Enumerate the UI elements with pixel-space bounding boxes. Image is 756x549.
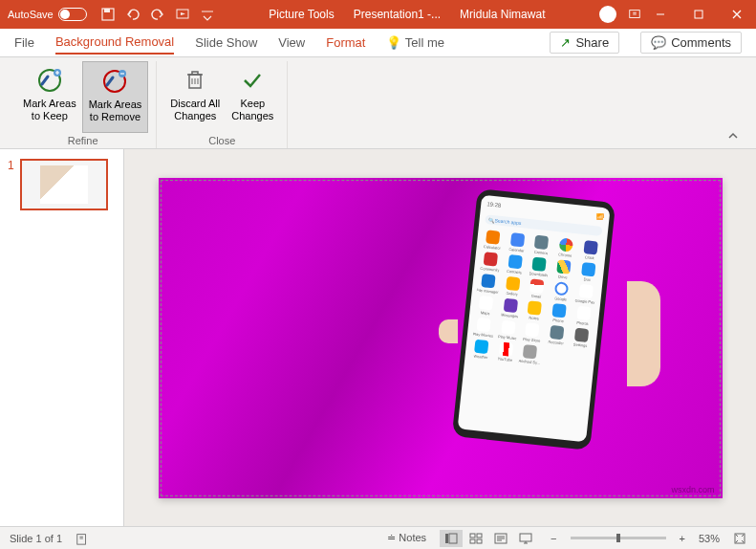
zoom-level[interactable]: 53% [699,533,720,544]
picture-selection-marquee[interactable] [161,180,721,496]
tab-background-removal[interactable]: Background Removal [55,31,174,55]
document-title: Presentation1 -... [354,8,441,21]
tab-file[interactable]: File [14,32,34,54]
zoom-slider[interactable] [571,537,666,539]
customize-qat-icon[interactable] [200,7,215,22]
slide-thumbnails-panel[interactable]: 1 [0,149,124,526]
zoom-in-button[interactable]: + [680,533,685,544]
svg-rect-17 [477,534,482,538]
thumbnail-image [40,165,88,204]
svg-rect-13 [77,534,86,544]
avatar[interactable] [599,6,616,23]
close-button[interactable] [718,0,756,29]
slide-number: 1 [8,159,14,172]
slide-canvas[interactable]: 19:28📶 🔍 Search apps CalculatorCalendarC… [159,178,723,498]
slide-thumbnail-row[interactable]: 1 [8,159,116,210]
zoom-out-button[interactable]: − [551,533,556,544]
maximize-button[interactable] [680,0,718,29]
svg-rect-19 [477,539,482,543]
slide-sorter-button[interactable] [464,530,487,547]
mark-areas-to-keep-button[interactable]: Mark Areas to Keep [17,61,82,133]
slide-thumbnail[interactable] [20,159,108,210]
ribbon-tabs: File Background Removal Slide Show View … [0,29,756,57]
ribbon-display-icon[interactable] [628,8,641,21]
redo-icon[interactable] [150,7,165,22]
save-icon[interactable] [100,7,116,22]
tab-format[interactable]: Format [326,32,365,54]
svg-rect-16 [470,534,475,538]
undo-icon[interactable] [125,7,140,22]
status-bar: Slide 1 of 1 ≐ Notes − + 53% [0,526,756,549]
svg-rect-21 [520,534,531,541]
ribbon-group-label: Close [208,133,235,148]
discard-icon [180,65,210,96]
slideshow-view-button[interactable] [514,530,537,547]
autosave-label: AutoSave [8,9,54,20]
ribbon-group-label: Refine [68,133,98,148]
tab-view[interactable]: View [278,32,305,54]
svg-rect-14 [445,534,448,543]
slide-counter[interactable]: Slide 1 of 1 [10,533,62,544]
ribbon-group-refine: Mark Areas to Keep Mark Areas to Remove … [10,61,157,148]
notes-button[interactable]: ≐ Notes [387,532,426,544]
svg-rect-18 [470,539,475,543]
svg-rect-15 [449,534,457,543]
chevron-up-icon [727,130,739,142]
mark-keep-icon [34,65,65,96]
keep-changes-button[interactable]: Keep Changes [226,61,279,133]
workspace: 1 19:28📶 🔍 Search apps CalculatorCalenda… [0,149,756,526]
autosave-toggle[interactable]: AutoSave [8,8,87,21]
comments-button[interactable]: 💬Comments [640,32,742,54]
toggle-off-icon[interactable] [58,8,87,21]
title-bar: AutoSave Picture Tools Presentation1 -..… [0,0,756,29]
tab-slide-show[interactable]: Slide Show [195,32,257,54]
ribbon-group-close: Discard All Changes Keep Changes Close [157,61,288,148]
window-controls [641,0,756,29]
keep-icon [237,65,268,96]
start-icon[interactable] [175,7,190,22]
fit-to-window-button[interactable] [733,532,746,545]
ribbon: Mark Areas to Keep Mark Areas to Remove … [0,57,756,149]
reading-view-button[interactable] [489,530,512,547]
quick-access-toolbar [100,7,215,22]
svg-rect-5 [695,11,702,18]
contextual-tab-label: Picture Tools [269,8,334,21]
user-name: Mridula Nimawat [460,8,545,21]
mark-remove-icon [99,66,130,97]
view-buttons [440,530,537,547]
normal-view-button[interactable] [440,530,463,547]
watermark: wsxdn.com [671,485,714,494]
collapse-ribbon-button[interactable] [720,126,746,148]
tell-me-search[interactable]: 💡 Tell me [386,32,444,54]
title-center: Picture Tools Presentation1 -... Mridula… [215,8,599,21]
minimize-button[interactable] [641,0,680,29]
title-user-area [599,6,641,23]
svg-rect-1 [104,9,110,12]
discard-all-changes-button[interactable]: Discard All Changes [164,61,226,133]
spellcheck-icon[interactable] [76,532,89,545]
mark-areas-to-remove-button[interactable]: Mark Areas to Remove [82,61,149,133]
share-button[interactable]: ↗Share [550,32,619,54]
slide-canvas-area[interactable]: 19:28📶 🔍 Search apps CalculatorCalendarC… [124,149,756,526]
